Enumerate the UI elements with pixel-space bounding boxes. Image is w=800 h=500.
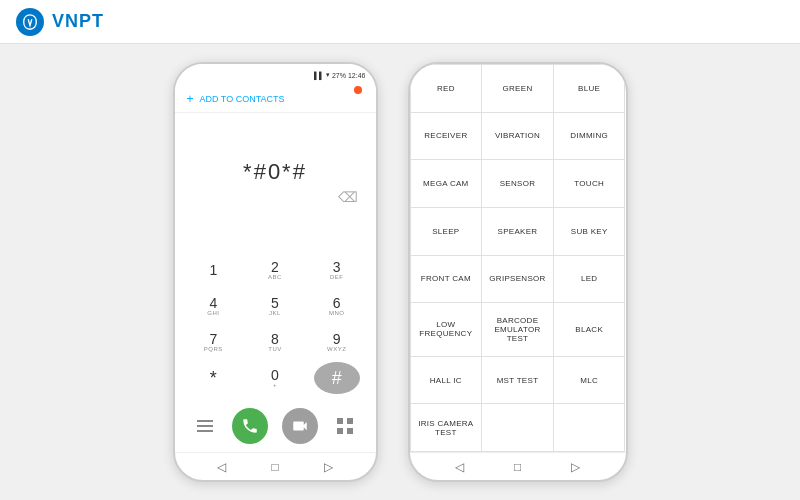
key-4[interactable]: 4 GHI bbox=[190, 290, 236, 322]
battery-text: 27% bbox=[332, 72, 346, 79]
test-cell-sleep[interactable]: SLEEP bbox=[411, 208, 483, 256]
key-8[interactable]: 8 TUV bbox=[252, 326, 298, 358]
test-cell-black[interactable]: BLACK bbox=[554, 303, 626, 357]
dialer-top-bar: + ADD TO CONTACTS bbox=[175, 86, 376, 113]
test-cell-empty-1 bbox=[482, 404, 554, 452]
menu-icon[interactable] bbox=[191, 412, 219, 440]
app-header: VNPT bbox=[0, 0, 800, 44]
test-cell-green[interactable]: GREEN bbox=[482, 65, 554, 113]
svg-rect-3 bbox=[337, 418, 343, 424]
status-bar: ▌▌ ▾ 27% 12:46 bbox=[175, 64, 376, 86]
keypad-row-4: * 0 + # bbox=[183, 362, 368, 394]
add-to-contacts-label[interactable]: ADD TO CONTACTS bbox=[200, 94, 285, 104]
key-hash[interactable]: # bbox=[314, 362, 360, 394]
test-cell-empty-2 bbox=[554, 404, 626, 452]
test-cell-mst-test[interactable]: MST TEST bbox=[482, 357, 554, 405]
key-5[interactable]: 5 JKL bbox=[252, 290, 298, 322]
time-display: 12:46 bbox=[348, 72, 366, 79]
test-cell-led[interactable]: LED bbox=[554, 256, 626, 304]
test-nav-bar: ◁ □ ▷ bbox=[410, 452, 626, 480]
svg-rect-4 bbox=[347, 418, 353, 424]
main-content: ▌▌ ▾ 27% 12:46 + ADD TO CONTACTS *#0*# ⌫… bbox=[0, 44, 800, 500]
signal-icon: ▌▌ bbox=[314, 72, 324, 79]
svg-rect-1 bbox=[197, 425, 213, 427]
test-cell-speaker[interactable]: SPEAKER bbox=[482, 208, 554, 256]
test-grid: RED GREEN BLUE RECEIVER VIBRATION DIMMIN… bbox=[410, 64, 626, 452]
logo-icon bbox=[16, 8, 44, 36]
svg-rect-6 bbox=[347, 428, 353, 434]
test-nav-recents-icon[interactable]: ▷ bbox=[571, 460, 580, 474]
test-cell-touch[interactable]: TOUCH bbox=[554, 160, 626, 208]
test-nav-back-icon[interactable]: ◁ bbox=[455, 460, 464, 474]
test-screen: RED GREEN BLUE RECEIVER VIBRATION DIMMIN… bbox=[410, 64, 626, 452]
keypad-row-2: 4 GHI 5 JKL 6 MNO bbox=[183, 290, 368, 322]
key-3[interactable]: 3 DEF bbox=[314, 254, 360, 286]
test-cell-dimming[interactable]: DIMMING bbox=[554, 113, 626, 161]
test-cell-red[interactable]: RED bbox=[411, 65, 483, 113]
dialer-actions bbox=[175, 402, 376, 452]
grid-icon[interactable] bbox=[331, 412, 359, 440]
keypad: 1 2 ABC 3 DEF 4 GHI bbox=[175, 250, 376, 402]
dialer-screen: + ADD TO CONTACTS *#0*# ⌫ 1 2 ABC bbox=[175, 86, 376, 452]
test-menu-phone: RED GREEN BLUE RECEIVER VIBRATION DIMMIN… bbox=[408, 62, 628, 482]
test-cell-barcode[interactable]: BARCODEEMULATOR TEST bbox=[482, 303, 554, 357]
svg-rect-5 bbox=[337, 428, 343, 434]
dialer-input-area: *#0*# ⌫ bbox=[175, 113, 376, 250]
test-cell-sub-key[interactable]: SUB KEY bbox=[554, 208, 626, 256]
dialed-number-display: *#0*# bbox=[243, 159, 307, 185]
test-cell-low-frequency[interactable]: LOW FREQUENCY bbox=[411, 303, 483, 357]
test-cell-vibration[interactable]: VIBRATION bbox=[482, 113, 554, 161]
video-call-button[interactable] bbox=[282, 408, 318, 444]
wifi-icon: ▾ bbox=[326, 71, 330, 79]
key-2[interactable]: 2 ABC bbox=[252, 254, 298, 286]
key-1[interactable]: 1 bbox=[190, 254, 236, 286]
key-7[interactable]: 7 PQRS bbox=[190, 326, 236, 358]
dialer-phone: ▌▌ ▾ 27% 12:46 + ADD TO CONTACTS *#0*# ⌫… bbox=[173, 62, 378, 482]
key-0[interactable]: 0 + bbox=[252, 362, 298, 394]
key-6[interactable]: 6 MNO bbox=[314, 290, 360, 322]
test-nav-home-icon[interactable]: □ bbox=[514, 460, 521, 474]
notification-dot bbox=[354, 86, 362, 94]
test-cell-iris-camera[interactable]: IRIS CAMERA TEST bbox=[411, 404, 483, 452]
status-icons: ▌▌ ▾ 27% 12:46 bbox=[314, 71, 365, 79]
keypad-row-1: 1 2 ABC 3 DEF bbox=[183, 254, 368, 286]
test-cell-sensor[interactable]: SENSOR bbox=[482, 160, 554, 208]
test-cell-gripsensor[interactable]: GRIPSENSOR bbox=[482, 256, 554, 304]
keypad-row-3: 7 PQRS 8 TUV 9 WXYZ bbox=[183, 326, 368, 358]
plus-icon: + bbox=[187, 92, 194, 106]
delete-icon[interactable]: ⌫ bbox=[338, 189, 358, 205]
svg-rect-0 bbox=[197, 420, 213, 422]
key-hash-inner: # bbox=[314, 362, 360, 394]
call-button[interactable] bbox=[232, 408, 268, 444]
svg-rect-2 bbox=[197, 430, 213, 432]
brand-label: VNPT bbox=[52, 11, 104, 32]
key-9[interactable]: 9 WXYZ bbox=[314, 326, 360, 358]
test-cell-receiver[interactable]: RECEIVER bbox=[411, 113, 483, 161]
key-star[interactable]: * bbox=[190, 362, 236, 394]
nav-recents-icon[interactable]: ▷ bbox=[324, 460, 333, 474]
nav-back-icon[interactable]: ◁ bbox=[217, 460, 226, 474]
phone-nav-bar: ◁ □ ▷ bbox=[175, 452, 376, 480]
test-cell-mlc[interactable]: MLC bbox=[554, 357, 626, 405]
test-cell-blue[interactable]: BLUE bbox=[554, 65, 626, 113]
test-cell-mega-cam[interactable]: MEGA CAM bbox=[411, 160, 483, 208]
nav-home-icon[interactable]: □ bbox=[271, 460, 278, 474]
test-cell-hall-ic[interactable]: HALL IC bbox=[411, 357, 483, 405]
test-cell-front-cam[interactable]: FRONT CAM bbox=[411, 256, 483, 304]
